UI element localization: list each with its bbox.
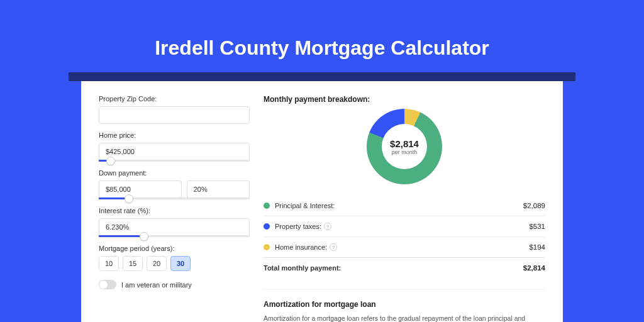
legend-label: Home insurance: [275, 243, 327, 251]
interest-rate-input[interactable] [99, 218, 250, 236]
veteran-row: I am veteran or military [99, 280, 250, 289]
calculator-card: Property Zip Code: Home price: Down paym… [81, 81, 563, 322]
legend-label: Principal & Interest: [275, 202, 335, 209]
inputs-column: Property Zip Code: Home price: Down paym… [99, 95, 250, 322]
zip-label: Property Zip Code: [99, 95, 250, 103]
legend-insurance: Home insurance: ? $194 [264, 236, 545, 257]
home-price-slider[interactable] [99, 160, 250, 162]
legend-value: $194 [529, 243, 545, 251]
legend-label: Property taxes: [275, 223, 321, 230]
veteran-toggle[interactable] [99, 280, 116, 289]
total-value: $2,814 [523, 264, 545, 272]
legend-principal: Principal & Interest: $2,089 [264, 196, 545, 216]
header-band [69, 72, 575, 81]
period-20[interactable]: 20 [147, 256, 167, 271]
period-label: Mortgage period (years): [99, 245, 250, 252]
interest-rate-label: Interest rate (%): [99, 207, 250, 214]
period-options: 10 15 20 30 [99, 256, 250, 271]
amortization-heading: Amortization for mortgage loan [264, 300, 545, 309]
veteran-label: I am veteran or military [121, 281, 192, 289]
donut-sub: per month [392, 149, 418, 155]
period-30[interactable]: 30 [170, 256, 191, 271]
page-title: Iredell County Mortgage Calculator [0, 0, 644, 60]
donut-center: $2,814 per month [382, 124, 427, 169]
breakdown-column: Monthly payment breakdown: $2,814 per mo… [264, 95, 545, 322]
legend: Principal & Interest: $2,089 Property ta… [264, 196, 545, 278]
donut-amount: $2,814 [390, 138, 419, 149]
dot-icon [264, 223, 270, 230]
donut-chart: $2,814 per month [264, 109, 545, 184]
zip-input[interactable] [99, 106, 250, 124]
dot-icon [264, 244, 270, 250]
breakdown-heading: Monthly payment breakdown: [264, 95, 545, 104]
slider-thumb[interactable] [140, 232, 148, 241]
down-payment-slider[interactable] [99, 197, 250, 199]
period-field: Mortgage period (years): 10 15 20 30 [99, 245, 250, 271]
help-icon[interactable]: ? [330, 243, 337, 251]
down-payment-amount-input[interactable] [99, 180, 182, 198]
amortization-section: Amortization for mortgage loan Amortizat… [264, 289, 545, 322]
slider-thumb[interactable] [125, 194, 133, 203]
down-payment-field: Down payment: [99, 169, 250, 199]
amortization-body: Amortization for a mortgage loan refers … [264, 314, 545, 322]
legend-total: Total monthly payment: $2,814 [264, 257, 545, 278]
interest-rate-field: Interest rate (%): [99, 207, 250, 237]
dot-icon [264, 203, 270, 209]
home-price-field: Home price: [99, 131, 250, 162]
total-label: Total monthly payment: [264, 264, 341, 272]
legend-taxes: Property taxes: ? $531 [264, 216, 545, 236]
home-price-label: Home price: [99, 131, 250, 139]
down-payment-label: Down payment: [99, 169, 250, 177]
period-10[interactable]: 10 [99, 256, 119, 271]
period-15[interactable]: 15 [123, 256, 143, 271]
zip-field: Property Zip Code: [99, 95, 250, 124]
slider-thumb[interactable] [106, 157, 115, 165]
down-payment-pct-input[interactable] [187, 180, 250, 198]
legend-value: $2,089 [523, 202, 545, 209]
help-icon[interactable]: ? [324, 223, 331, 230]
home-price-input[interactable] [99, 143, 250, 160]
legend-value: $531 [529, 223, 545, 230]
interest-rate-slider[interactable] [99, 235, 250, 237]
